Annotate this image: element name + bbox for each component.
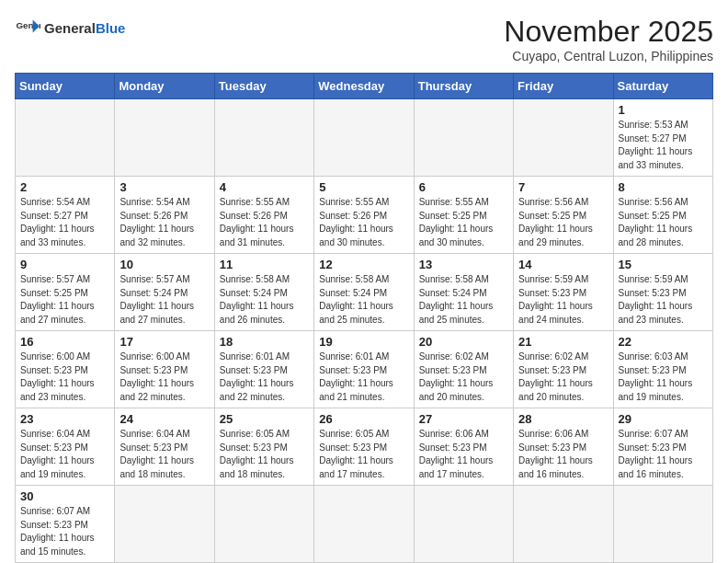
day-info: Sunrise: 6:01 AM Sunset: 5:23 PM Dayligh…: [319, 350, 408, 404]
title-area: November 2025 Cuyapo, Central Luzon, Phi…: [504, 15, 713, 63]
day-number: 8: [619, 180, 708, 194]
week-row-2: 2Sunrise: 5:54 AM Sunset: 5:27 PM Daylig…: [16, 177, 713, 254]
day-cell: [613, 486, 712, 563]
week-row-4: 16Sunrise: 6:00 AM Sunset: 5:23 PM Dayli…: [16, 331, 713, 408]
day-cell: [314, 99, 414, 177]
day-number: 12: [319, 258, 408, 271]
day-number: 14: [518, 258, 608, 271]
day-cell: 28Sunrise: 6:06 AM Sunset: 5:23 PM Dayli…: [514, 408, 613, 486]
logo: General GeneralBlue: [15, 15, 125, 40]
day-cell: 29Sunrise: 6:07 AM Sunset: 5:23 PM Dayli…: [613, 408, 712, 486]
day-number: 16: [20, 335, 109, 349]
day-info: Sunrise: 6:07 AM Sunset: 5:23 PM Dayligh…: [20, 505, 109, 558]
day-number: 9: [20, 258, 109, 271]
logo-text: GeneralBlue: [44, 20, 125, 36]
day-info: Sunrise: 6:02 AM Sunset: 5:23 PM Dayligh…: [518, 350, 608, 404]
day-number: 5: [319, 180, 408, 194]
day-cell: [214, 486, 313, 563]
day-cell: 30Sunrise: 6:07 AM Sunset: 5:23 PM Dayli…: [16, 486, 115, 563]
day-info: Sunrise: 6:03 AM Sunset: 5:23 PM Dayligh…: [619, 350, 708, 404]
day-info: Sunrise: 6:06 AM Sunset: 5:23 PM Dayligh…: [518, 428, 608, 481]
day-number: 3: [119, 180, 209, 194]
day-number: 24: [119, 412, 209, 426]
day-number: 18: [220, 335, 309, 349]
day-cell: 19Sunrise: 6:01 AM Sunset: 5:23 PM Dayli…: [314, 331, 414, 408]
day-number: 7: [518, 180, 608, 194]
day-cell: [514, 486, 613, 563]
page-header: General GeneralBlue November 2025 Cuyapo…: [15, 15, 713, 63]
day-cell: 15Sunrise: 5:59 AM Sunset: 5:23 PM Dayli…: [613, 254, 712, 331]
day-cell: 14Sunrise: 5:59 AM Sunset: 5:23 PM Dayli…: [514, 254, 613, 331]
day-cell: 27Sunrise: 6:06 AM Sunset: 5:23 PM Dayli…: [414, 408, 513, 486]
day-info: Sunrise: 5:55 AM Sunset: 5:26 PM Dayligh…: [319, 196, 408, 249]
day-number: 23: [20, 412, 109, 426]
day-number: 27: [419, 412, 508, 426]
day-cell: [514, 99, 613, 177]
day-number: 29: [619, 412, 708, 426]
day-info: Sunrise: 6:04 AM Sunset: 5:23 PM Dayligh…: [20, 428, 109, 481]
week-row-5: 23Sunrise: 6:04 AM Sunset: 5:23 PM Dayli…: [16, 408, 713, 486]
location-subtitle: Cuyapo, Central Luzon, Philippines: [504, 49, 713, 63]
day-cell: 6Sunrise: 5:55 AM Sunset: 5:25 PM Daylig…: [414, 177, 513, 254]
day-info: Sunrise: 5:59 AM Sunset: 5:23 PM Dayligh…: [619, 273, 708, 327]
day-info: Sunrise: 5:58 AM Sunset: 5:24 PM Dayligh…: [419, 273, 508, 327]
day-info: Sunrise: 6:07 AM Sunset: 5:23 PM Dayligh…: [619, 428, 708, 481]
day-number: 4: [220, 180, 309, 194]
day-cell: 20Sunrise: 6:02 AM Sunset: 5:23 PM Dayli…: [414, 331, 513, 408]
day-cell: 3Sunrise: 5:54 AM Sunset: 5:26 PM Daylig…: [115, 177, 214, 254]
weekday-header-thursday: Thursday: [414, 74, 513, 99]
day-info: Sunrise: 6:00 AM Sunset: 5:23 PM Dayligh…: [119, 350, 209, 404]
day-number: 20: [419, 335, 508, 349]
day-cell: 21Sunrise: 6:02 AM Sunset: 5:23 PM Dayli…: [514, 331, 613, 408]
day-number: 22: [619, 335, 708, 349]
day-cell: 22Sunrise: 6:03 AM Sunset: 5:23 PM Dayli…: [613, 331, 712, 408]
weekday-header-monday: Monday: [115, 74, 214, 99]
day-number: 17: [119, 335, 209, 349]
day-number: 15: [619, 258, 708, 271]
day-info: Sunrise: 5:55 AM Sunset: 5:26 PM Dayligh…: [220, 196, 309, 249]
day-cell: [314, 486, 414, 563]
day-cell: 12Sunrise: 5:58 AM Sunset: 5:24 PM Dayli…: [314, 254, 414, 331]
day-info: Sunrise: 6:02 AM Sunset: 5:23 PM Dayligh…: [419, 350, 508, 404]
day-cell: [414, 486, 513, 563]
day-info: Sunrise: 6:00 AM Sunset: 5:23 PM Dayligh…: [20, 350, 109, 404]
day-info: Sunrise: 5:56 AM Sunset: 5:25 PM Dayligh…: [619, 196, 708, 249]
weekday-header-sunday: Sunday: [16, 74, 115, 99]
day-cell: 13Sunrise: 5:58 AM Sunset: 5:24 PM Dayli…: [414, 254, 513, 331]
week-row-3: 9Sunrise: 5:57 AM Sunset: 5:25 PM Daylig…: [16, 254, 713, 331]
day-number: 30: [20, 489, 109, 503]
day-info: Sunrise: 6:01 AM Sunset: 5:23 PM Dayligh…: [220, 350, 309, 404]
day-info: Sunrise: 5:58 AM Sunset: 5:24 PM Dayligh…: [319, 273, 408, 327]
day-cell: 26Sunrise: 6:05 AM Sunset: 5:23 PM Dayli…: [314, 408, 414, 486]
day-number: 28: [518, 412, 608, 426]
day-info: Sunrise: 5:55 AM Sunset: 5:25 PM Dayligh…: [419, 196, 508, 249]
day-info: Sunrise: 5:54 AM Sunset: 5:27 PM Dayligh…: [20, 196, 109, 249]
day-cell: 10Sunrise: 5:57 AM Sunset: 5:24 PM Dayli…: [115, 254, 214, 331]
weekday-header-tuesday: Tuesday: [214, 74, 313, 99]
week-row-1: 1Sunrise: 5:53 AM Sunset: 5:27 PM Daylig…: [16, 99, 713, 177]
weekday-header-wednesday: Wednesday: [314, 74, 414, 99]
day-info: Sunrise: 5:53 AM Sunset: 5:27 PM Dayligh…: [619, 119, 708, 172]
day-number: 10: [119, 258, 209, 271]
day-number: 6: [419, 180, 508, 194]
day-cell: 7Sunrise: 5:56 AM Sunset: 5:25 PM Daylig…: [514, 177, 613, 254]
day-info: Sunrise: 6:05 AM Sunset: 5:23 PM Dayligh…: [319, 428, 408, 481]
day-cell: [214, 99, 313, 177]
day-info: Sunrise: 5:54 AM Sunset: 5:26 PM Dayligh…: [119, 196, 209, 249]
day-number: 11: [220, 258, 309, 271]
day-number: 25: [220, 412, 309, 426]
day-cell: [16, 99, 115, 177]
day-info: Sunrise: 5:57 AM Sunset: 5:24 PM Dayligh…: [119, 273, 209, 327]
day-cell: 11Sunrise: 5:58 AM Sunset: 5:24 PM Dayli…: [214, 254, 313, 331]
weekday-header-row: SundayMondayTuesdayWednesdayThursdayFrid…: [16, 74, 713, 99]
day-number: 13: [419, 258, 508, 271]
day-info: Sunrise: 6:05 AM Sunset: 5:23 PM Dayligh…: [220, 428, 309, 481]
day-number: 2: [20, 180, 109, 194]
day-cell: 8Sunrise: 5:56 AM Sunset: 5:25 PM Daylig…: [613, 177, 712, 254]
day-info: Sunrise: 6:06 AM Sunset: 5:23 PM Dayligh…: [419, 428, 508, 481]
day-cell: 16Sunrise: 6:00 AM Sunset: 5:23 PM Dayli…: [16, 331, 115, 408]
weekday-header-saturday: Saturday: [613, 74, 712, 99]
day-cell: 24Sunrise: 6:04 AM Sunset: 5:23 PM Dayli…: [115, 408, 214, 486]
day-cell: 9Sunrise: 5:57 AM Sunset: 5:25 PM Daylig…: [16, 254, 115, 331]
month-year-title: November 2025: [504, 15, 713, 49]
